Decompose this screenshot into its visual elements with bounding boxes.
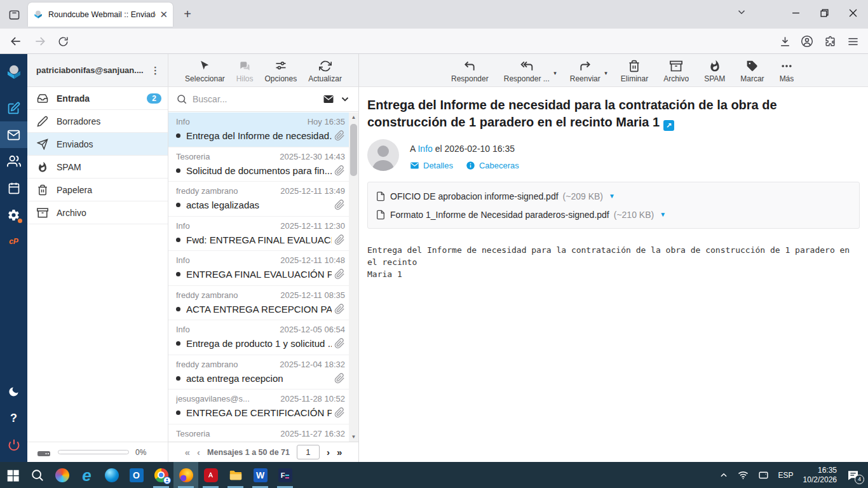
recipient-link[interactable]: Info	[417, 144, 432, 154]
roundcube-logo-icon	[0, 59, 27, 86]
fso-app-icon[interactable]: F	[273, 462, 297, 488]
message-row[interactable]: Tesoreria2025-11-27 16:32	[168, 424, 349, 442]
folder-spam[interactable]: SPAM	[27, 156, 168, 179]
forward-caret-icon[interactable]: ▾	[604, 70, 607, 76]
attachment-item[interactable]: Formato 1_Informe de Necesidad paraderos…	[376, 205, 851, 224]
taskbar-search-button[interactable]	[25, 462, 50, 488]
open-in-new-window-icon[interactable]: ↗	[663, 120, 674, 131]
message-row[interactable]: freddy zambrano2025-12-11 13:49 actas le…	[168, 182, 349, 217]
reply-all-caret-icon[interactable]: ▾	[553, 70, 557, 76]
browser-tab[interactable]: Roundcube Webmail :: Enviados ✕	[28, 3, 173, 27]
window-restore-button[interactable]	[810, 0, 839, 25]
mail-body: Entrega del Informe de necesidad para la…	[367, 244, 860, 280]
folder-archive[interactable]: Archivo	[27, 201, 168, 224]
file-explorer-app-icon[interactable]	[223, 462, 248, 488]
search-input[interactable]	[193, 94, 318, 104]
delete-button[interactable]: Eliminar	[621, 60, 648, 83]
touch-keyboard-icon[interactable]	[758, 470, 769, 480]
reply-all-button[interactable]: Responder ... ▾	[504, 60, 550, 83]
list-scrollbar[interactable]: ▲ ▼	[349, 112, 358, 442]
scroll-down-icon[interactable]: ▼	[349, 432, 358, 442]
settings-gear-icon[interactable]	[0, 201, 27, 228]
scroll-up-icon[interactable]: ▲	[349, 112, 358, 122]
flame-icon	[709, 60, 721, 72]
folder-sent[interactable]: Enviados	[27, 133, 168, 156]
language-indicator[interactable]: ESP	[778, 471, 794, 480]
last-page-icon[interactable]: »	[337, 447, 342, 458]
details-toggle[interactable]: Detalles	[410, 161, 453, 170]
reload-icon[interactable]	[56, 34, 70, 48]
internet-explorer-app-icon[interactable]: e	[74, 462, 99, 488]
message-list: InfoHoy 16:35 Entrega del Informe de nec…	[168, 112, 349, 442]
tray-chevron-up-icon[interactable]	[719, 471, 728, 480]
copilot-app-icon[interactable]	[50, 462, 74, 488]
folder-drafts[interactable]: Borradores	[27, 110, 168, 133]
search-options-chevron-icon[interactable]	[339, 93, 351, 105]
refresh-button[interactable]: Actualizar	[308, 60, 342, 83]
account-menu-kebab-icon[interactable]: ⋮	[148, 65, 163, 76]
message-row[interactable]: Tesoreria2025-12-30 14:43 Solicitud de d…	[168, 147, 349, 182]
spam-button[interactable]: SPAM	[704, 60, 725, 83]
mail-module-icon[interactable]	[0, 121, 27, 148]
calendar-icon[interactable]	[0, 175, 27, 201]
prev-page-icon[interactable]: ‹	[197, 447, 200, 458]
tab-close-icon[interactable]: ✕	[159, 9, 168, 20]
message-row[interactable]: jesusgavilanes@s...2025-11-28 10:52 ENTR…	[168, 390, 349, 424]
cpanel-icon[interactable]: cP	[0, 228, 27, 255]
folder-inbox[interactable]: Entrada 2	[27, 87, 168, 110]
contacts-icon[interactable]	[0, 148, 27, 175]
folder-trash[interactable]: Papelera	[27, 179, 168, 201]
more-button[interactable]: Más	[780, 60, 794, 83]
attachments-box: OFICIO DE aprobacion informe-signed.pdf …	[367, 182, 860, 229]
downloads-icon[interactable]	[778, 34, 792, 48]
tab-list-chevron-icon[interactable]	[736, 6, 747, 18]
archive-button[interactable]: Archivo	[663, 60, 689, 83]
word-app-icon[interactable]: W	[248, 462, 273, 488]
message-row[interactable]: InfoHoy 16:35 Entrega del Informe de nec…	[168, 112, 349, 147]
reply-button[interactable]: Responder	[451, 60, 489, 83]
back-icon[interactable]	[9, 34, 23, 48]
message-row[interactable]: Info2025-12-05 06:54 Entrega de producto…	[168, 320, 349, 355]
options-button[interactable]: Opciones	[264, 60, 297, 83]
scrollbar-thumb[interactable]	[350, 124, 357, 176]
new-tab-button[interactable]: +	[179, 6, 196, 23]
search-scope-mail-icon[interactable]	[323, 93, 334, 105]
attachment-menu-caret-icon[interactable]: ▼	[609, 193, 615, 200]
mark-button[interactable]: Marcar	[740, 60, 764, 83]
dark-mode-moon-icon[interactable]	[0, 378, 27, 405]
page-number-input[interactable]	[297, 445, 320, 459]
headers-toggle[interactable]: Cabeceras	[466, 161, 519, 170]
wifi-icon[interactable]	[738, 470, 749, 480]
attachment-item[interactable]: OFICIO DE aprobacion informe-signed.pdf …	[376, 187, 851, 205]
firefox-view-icon[interactable]	[6, 7, 22, 22]
account-icon[interactable]	[800, 34, 814, 48]
message-row[interactable]: Info2025-12-11 12:30 Fwd: ENTREGA FINAL …	[168, 217, 349, 252]
chrome-app-icon[interactable]	[149, 462, 173, 488]
forward-icon[interactable]	[33, 34, 47, 48]
search-icon	[31, 468, 44, 482]
start-button[interactable]	[0, 462, 25, 488]
next-page-icon[interactable]: ›	[327, 447, 330, 458]
logout-power-icon[interactable]	[0, 431, 27, 458]
compose-icon[interactable]	[0, 95, 27, 121]
help-icon[interactable]: ?	[0, 405, 27, 431]
edge-app-icon[interactable]	[99, 462, 124, 488]
window-close-button[interactable]	[838, 0, 867, 25]
forward-button[interactable]: Reenviar ▾	[570, 60, 600, 83]
acrobat-app-icon[interactable]	[198, 462, 223, 488]
tray-clock[interactable]: 16:35 10/2/2026	[803, 466, 837, 485]
first-page-icon[interactable]: «	[185, 447, 190, 458]
mail-subject: Entrega del Informe de necesidad para la…	[367, 97, 858, 131]
threads-button[interactable]: Hilos	[236, 60, 254, 83]
message-row[interactable]: freddy zambrano2025-12-04 18:32 acta ent…	[168, 355, 349, 390]
message-row[interactable]: Info2025-12-11 10:48 ENTREGA FINAL EVALU…	[168, 251, 349, 286]
notifications-button[interactable]: 4	[846, 469, 860, 482]
menu-hamburger-icon[interactable]	[846, 34, 860, 48]
extensions-puzzle-icon[interactable]	[823, 34, 837, 48]
firefox-app-icon[interactable]	[173, 462, 198, 488]
window-minimize-button[interactable]	[781, 0, 810, 25]
select-button[interactable]: Seleccionar	[185, 60, 225, 83]
attachment-menu-caret-icon[interactable]: ▼	[660, 211, 666, 218]
outlook-app-icon[interactable]: O	[124, 462, 149, 488]
message-row[interactable]: freddy zambrano2025-12-11 08:35 ACTA ENT…	[168, 286, 349, 321]
